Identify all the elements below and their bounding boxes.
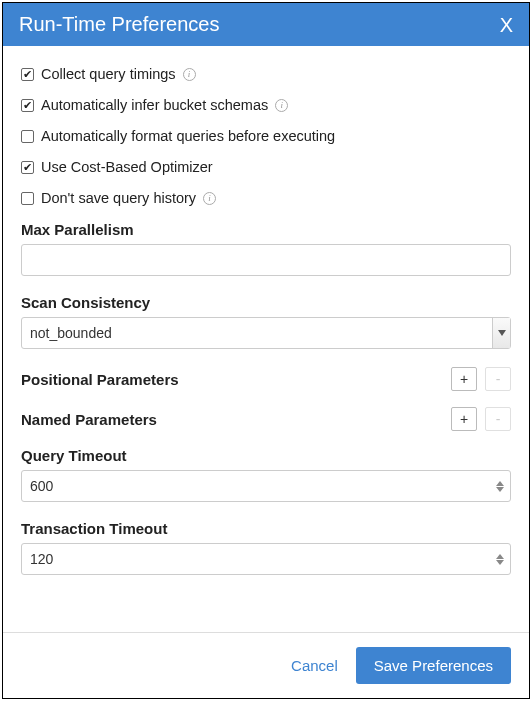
checkbox-label: Collect query timings bbox=[41, 66, 176, 82]
checkbox-row-collect-timings: Collect query timings bbox=[21, 66, 511, 82]
checkbox-row-infer-schemas: Automatically infer bucket schemas bbox=[21, 97, 511, 113]
checkbox-label: Automatically format queries before exec… bbox=[41, 128, 335, 144]
preferences-dialog: Run-Time Preferences X Collect query tim… bbox=[2, 2, 530, 699]
named-parameters-label: Named Parameters bbox=[21, 411, 157, 428]
remove-positional-param-button[interactable]: - bbox=[485, 367, 511, 391]
svg-marker-1 bbox=[496, 481, 504, 486]
svg-marker-2 bbox=[496, 487, 504, 492]
svg-marker-0 bbox=[498, 330, 506, 336]
checkbox-infer-schemas[interactable] bbox=[21, 99, 34, 112]
remove-named-param-button[interactable]: - bbox=[485, 407, 511, 431]
svg-marker-4 bbox=[496, 560, 504, 565]
query-timeout-label: Query Timeout bbox=[21, 447, 511, 464]
dialog-body: Collect query timings Automatically infe… bbox=[3, 46, 529, 632]
scan-consistency-value: not_bounded bbox=[22, 318, 492, 348]
scan-consistency-select[interactable]: not_bounded bbox=[21, 317, 511, 349]
checkbox-row-auto-format: Automatically format queries before exec… bbox=[21, 128, 511, 144]
spinner-arrows-icon[interactable] bbox=[494, 471, 510, 501]
info-icon[interactable] bbox=[275, 99, 288, 112]
dialog-title: Run-Time Preferences bbox=[19, 13, 219, 36]
query-timeout-input[interactable]: 600 bbox=[21, 470, 511, 502]
cancel-button[interactable]: Cancel bbox=[291, 657, 338, 674]
dialog-header: Run-Time Preferences X bbox=[3, 3, 529, 46]
field-max-parallelism: Max Parallelism bbox=[21, 221, 511, 276]
info-icon[interactable] bbox=[203, 192, 216, 205]
add-positional-param-button[interactable]: + bbox=[451, 367, 477, 391]
field-query-timeout: Query Timeout 600 bbox=[21, 447, 511, 502]
transaction-timeout-label: Transaction Timeout bbox=[21, 520, 511, 537]
transaction-timeout-input[interactable]: 120 bbox=[21, 543, 511, 575]
checkbox-no-history[interactable] bbox=[21, 192, 34, 205]
query-timeout-value: 600 bbox=[22, 471, 494, 501]
field-scan-consistency: Scan Consistency not_bounded bbox=[21, 294, 511, 349]
svg-marker-3 bbox=[496, 554, 504, 559]
checkbox-collect-timings[interactable] bbox=[21, 68, 34, 81]
positional-parameters-row: Positional Parameters + - bbox=[21, 367, 511, 391]
checkbox-label: Don't save query history bbox=[41, 190, 196, 206]
close-icon[interactable]: X bbox=[500, 15, 513, 35]
save-button[interactable]: Save Preferences bbox=[356, 647, 511, 684]
scan-consistency-label: Scan Consistency bbox=[21, 294, 511, 311]
positional-parameters-buttons: + - bbox=[451, 367, 511, 391]
add-named-param-button[interactable]: + bbox=[451, 407, 477, 431]
info-icon[interactable] bbox=[183, 68, 196, 81]
named-parameters-buttons: + - bbox=[451, 407, 511, 431]
checkbox-label: Automatically infer bucket schemas bbox=[41, 97, 268, 113]
dialog-footer: Cancel Save Preferences bbox=[3, 632, 529, 698]
spinner-arrows-icon[interactable] bbox=[494, 544, 510, 574]
checkbox-auto-format[interactable] bbox=[21, 130, 34, 143]
checkbox-row-cbo: Use Cost-Based Optimizer bbox=[21, 159, 511, 175]
checkbox-label: Use Cost-Based Optimizer bbox=[41, 159, 213, 175]
chevron-down-icon[interactable] bbox=[492, 318, 510, 348]
field-transaction-timeout: Transaction Timeout 120 bbox=[21, 520, 511, 575]
named-parameters-row: Named Parameters + - bbox=[21, 407, 511, 431]
max-parallelism-label: Max Parallelism bbox=[21, 221, 511, 238]
positional-parameters-label: Positional Parameters bbox=[21, 371, 179, 388]
checkbox-cbo[interactable] bbox=[21, 161, 34, 174]
checkbox-row-no-history: Don't save query history bbox=[21, 190, 511, 206]
transaction-timeout-value: 120 bbox=[22, 544, 494, 574]
max-parallelism-input[interactable] bbox=[21, 244, 511, 276]
